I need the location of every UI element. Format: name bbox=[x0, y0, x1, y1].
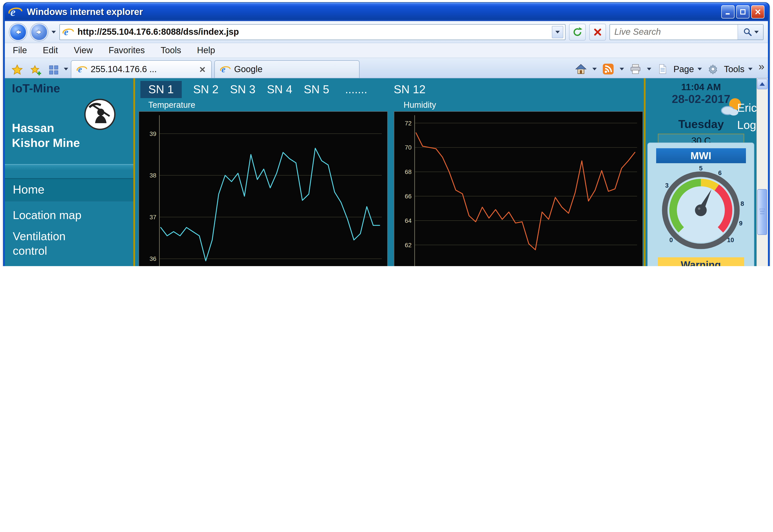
sensor-tab-sn3[interactable]: SN 3 bbox=[230, 82, 255, 96]
stop-button[interactable] bbox=[589, 24, 606, 40]
svg-text:e: e bbox=[221, 64, 225, 74]
page-menu-button[interactable] bbox=[655, 61, 670, 77]
back-button[interactable] bbox=[9, 23, 27, 41]
mwi-status-badge: Warning bbox=[658, 257, 744, 266]
sidebar-item-home[interactable]: Home bbox=[5, 178, 133, 201]
sidebar-item-ventilation-control[interactable]: Ventilation control bbox=[5, 229, 102, 259]
refresh-button[interactable] bbox=[569, 24, 586, 40]
sensor-tab-sn5[interactable]: SN 5 bbox=[304, 82, 329, 96]
tab-label: 255.104.176.6 ... bbox=[91, 64, 195, 74]
feeds-button[interactable] bbox=[600, 61, 616, 77]
sidebar-divider bbox=[5, 164, 133, 170]
menu-favorites[interactable]: Favorites bbox=[108, 45, 145, 55]
title-bar: e Windows internet explorer bbox=[5, 3, 768, 21]
svg-text:0: 0 bbox=[669, 236, 673, 243]
svg-text:66: 66 bbox=[405, 193, 412, 200]
vertical-scroll-thumb[interactable] bbox=[757, 189, 767, 235]
address-dropdown[interactable] bbox=[552, 26, 563, 38]
svg-text:3: 3 bbox=[665, 182, 669, 189]
search-options-dropdown[interactable] bbox=[754, 31, 758, 33]
forward-button[interactable] bbox=[30, 23, 48, 41]
svg-text:8: 8 bbox=[741, 200, 744, 207]
quick-tabs-icon bbox=[48, 64, 59, 76]
humidity-chart: 7270686664626009:0010:3012:0013:3015:001… bbox=[394, 111, 643, 266]
tab-dashboard[interactable]: e 255.104.176.6 ... bbox=[71, 60, 212, 78]
svg-text:e: e bbox=[10, 5, 16, 18]
svg-text:68: 68 bbox=[405, 168, 412, 175]
scroll-up-button[interactable] bbox=[757, 79, 768, 89]
svg-text:36: 36 bbox=[149, 255, 156, 262]
svg-text:64: 64 bbox=[405, 217, 412, 224]
menu-tools[interactable]: Tools bbox=[161, 45, 181, 55]
address-input[interactable] bbox=[77, 27, 548, 37]
logout-link[interactable]: Log bbox=[737, 117, 757, 134]
tab-list-dropdown[interactable] bbox=[64, 68, 68, 70]
home-button[interactable] bbox=[573, 61, 589, 77]
svg-text:e: e bbox=[64, 26, 68, 37]
favorites-button[interactable] bbox=[9, 62, 25, 78]
search-box bbox=[610, 24, 764, 40]
svg-text:38: 38 bbox=[149, 172, 156, 179]
svg-text:5: 5 bbox=[699, 165, 703, 172]
tab-close-icon[interactable] bbox=[199, 66, 206, 73]
window-title: Windows internet explorer bbox=[27, 7, 717, 17]
sensor-tab-sn2[interactable]: SN 2 bbox=[193, 82, 219, 96]
tab-google[interactable]: e Google bbox=[214, 60, 359, 78]
svg-text:6: 6 bbox=[718, 169, 722, 176]
menu-file[interactable]: File bbox=[13, 45, 27, 55]
page-menu-dropdown[interactable] bbox=[698, 68, 702, 70]
tools-menu-dropdown[interactable] bbox=[748, 68, 752, 70]
svg-text:70: 70 bbox=[405, 144, 412, 151]
page-content: IoT-Mine Hassan Kishor Mine Home Locatio… bbox=[5, 78, 768, 266]
ie-logo-icon: e bbox=[8, 5, 22, 19]
ie-tab-icon: e bbox=[220, 64, 231, 75]
print-button[interactable] bbox=[628, 61, 643, 77]
sidebar-item-location-map[interactable]: Location map bbox=[5, 208, 133, 222]
menu-view[interactable]: View bbox=[74, 45, 93, 55]
search-button[interactable] bbox=[738, 24, 763, 39]
menu-edit[interactable]: Edit bbox=[43, 45, 58, 55]
tools-menu-label[interactable]: Tools bbox=[724, 64, 744, 74]
up-arrow-icon bbox=[760, 82, 765, 86]
toolbar-overflow-chevron[interactable]: » bbox=[758, 60, 764, 73]
minimize-button[interactable] bbox=[721, 5, 735, 18]
print-dropdown[interactable] bbox=[647, 68, 651, 70]
feeds-dropdown[interactable] bbox=[620, 68, 624, 70]
home-dropdown[interactable] bbox=[592, 68, 597, 70]
vertical-scrollbar[interactable] bbox=[757, 78, 768, 266]
sensor-tab-sn1[interactable]: SN 1 bbox=[140, 81, 182, 98]
gear-icon bbox=[707, 63, 719, 75]
close-button[interactable] bbox=[751, 5, 764, 18]
refresh-icon bbox=[572, 26, 583, 38]
sidebar-item-statistical-history[interactable]: Statistical History bbox=[5, 266, 102, 266]
maximize-button[interactable] bbox=[736, 5, 749, 18]
sidebar: IoT-Mine Hassan Kishor Mine Home Locatio… bbox=[5, 78, 133, 266]
page-icon bbox=[657, 63, 668, 75]
svg-text:37: 37 bbox=[149, 214, 156, 221]
tools-menu-button[interactable] bbox=[705, 61, 720, 77]
mwi-panel: MWI 03568910 Warning Current Statistics … bbox=[647, 143, 754, 266]
search-icon bbox=[743, 27, 752, 37]
quick-tabs-button[interactable] bbox=[46, 62, 61, 78]
tab-label: Google bbox=[234, 64, 354, 74]
ie-favicon: e bbox=[62, 26, 74, 38]
sensor-tab-sn12[interactable]: SN 12 bbox=[394, 82, 426, 96]
user-area: Eric Log bbox=[737, 99, 757, 134]
add-favorite-button[interactable] bbox=[28, 62, 44, 78]
menu-help[interactable]: Help bbox=[197, 45, 215, 55]
rss-icon bbox=[602, 63, 614, 75]
search-input[interactable] bbox=[610, 27, 738, 37]
sensor-tab-sn4[interactable]: SN 4 bbox=[267, 82, 292, 96]
mwi-title: MWI bbox=[656, 148, 746, 163]
forward-arrow-icon bbox=[34, 27, 44, 37]
history-dropdown[interactable] bbox=[51, 31, 56, 33]
mine-name: Hassan Kishor Mine bbox=[5, 121, 88, 151]
url-box: e bbox=[59, 24, 566, 40]
divider-left bbox=[133, 78, 135, 266]
svg-text:e: e bbox=[78, 64, 82, 74]
svg-text:72: 72 bbox=[405, 120, 412, 127]
ie-tab-icon: e bbox=[77, 64, 87, 75]
page-menu-label[interactable]: Page bbox=[673, 64, 694, 74]
stop-icon bbox=[592, 27, 603, 37]
svg-text:39: 39 bbox=[149, 130, 156, 137]
